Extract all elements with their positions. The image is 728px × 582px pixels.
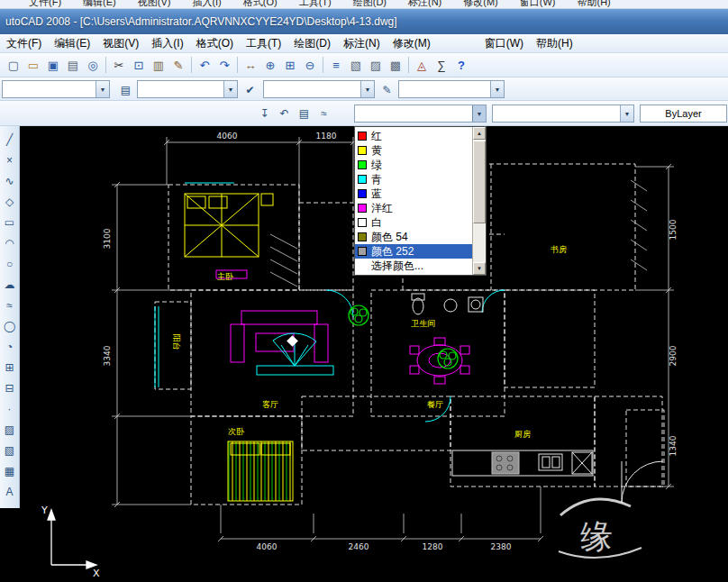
revision-cloud-button[interactable]: ☁ <box>1 274 19 295</box>
color-swatch <box>358 132 367 141</box>
bg-menu-window[interactable]: 窗口(W) <box>520 0 556 9</box>
insert-block-button[interactable]: ⊞ <box>1 357 19 377</box>
qnew-button[interactable]: ▢ <box>4 55 23 75</box>
color-option-yellow[interactable]: 黄 <box>355 143 472 158</box>
properties-button[interactable]: ≡ <box>326 55 346 75</box>
menu-modify[interactable]: 修改(M) <box>387 34 437 53</box>
point-button[interactable]: ∙ <box>1 398 19 419</box>
designcenter-button[interactable]: ▧ <box>346 55 366 75</box>
menu-draw[interactable]: 绘图(D) <box>287 34 337 53</box>
zoom-realtime-button[interactable]: ⊕ <box>260 55 280 75</box>
rectangle-button[interactable]: ▭ <box>1 212 19 232</box>
color-option-white[interactable]: 白 <box>355 215 472 230</box>
make-object-layer-current-button[interactable]: ↧ <box>256 105 273 122</box>
chevron-down-icon[interactable]: ▼ <box>360 81 374 97</box>
dropdown-scrollbar[interactable]: ▲ ▼ <box>472 127 486 275</box>
bg-menu-file[interactable]: 文件(F) <box>29 0 61 9</box>
bg-menu-edit[interactable]: 编辑(E) <box>83 0 116 9</box>
zoom-previous-button[interactable]: ⊖ <box>300 55 320 75</box>
color-option-54[interactable]: 颜色 54 <box>355 230 472 244</box>
color-option-magenta[interactable]: 洋红 <box>355 201 472 215</box>
line-button[interactable]: ╱ <box>1 129 19 150</box>
scroll-up-icon[interactable]: ▲ <box>473 127 486 140</box>
tool-palettes-button[interactable]: ▨ <box>366 55 386 75</box>
circle-button[interactable]: ○ <box>1 253 19 274</box>
color-combo[interactable]: ▼ <box>354 105 487 123</box>
gradient-button[interactable]: ▧ <box>1 440 19 460</box>
chevron-down-icon[interactable]: ▼ <box>96 81 109 97</box>
polyline-button[interactable]: ∿ <box>1 170 19 191</box>
pan-button[interactable]: ↔ <box>241 55 260 75</box>
menu-insert[interactable]: 插入(I) <box>145 34 189 53</box>
make-current-button[interactable]: ✔ <box>241 81 259 98</box>
scroll-down-icon[interactable]: ▼ <box>473 262 486 275</box>
color-swatch <box>358 189 367 198</box>
chevron-down-icon[interactable]: ▼ <box>490 81 504 97</box>
bg-menu-help[interactable]: 帮助(H) <box>578 0 611 9</box>
match-properties-button[interactable]: ✎ <box>168 55 188 75</box>
menu-file[interactable]: 文件(F) <box>0 34 48 53</box>
paste-button[interactable]: ▥ <box>149 55 168 75</box>
ellipse-button[interactable]: ◯ <box>1 315 19 336</box>
color-option-red[interactable]: 红 <box>355 129 472 143</box>
linetype-combo[interactable]: ▼ <box>492 105 634 123</box>
layer-previous-button[interactable]: ↶ <box>276 105 293 122</box>
color-option-green[interactable]: 绿 <box>355 158 472 172</box>
save-button[interactable]: ▣ <box>43 55 63 75</box>
chevron-down-icon[interactable]: ▼ <box>223 81 237 97</box>
menu-format[interactable]: 格式(O) <box>190 34 240 53</box>
help-button[interactable]: ? <box>451 55 471 75</box>
workspaces-combo[interactable]: ▼ <box>2 80 110 98</box>
markup-button[interactable]: ◬ <box>412 55 432 75</box>
bg-menu-format[interactable]: 格式(O) <box>243 0 278 9</box>
ellipse-arc-button[interactable]: ◔ <box>1 336 19 357</box>
dim-style-combo[interactable]: ▼ <box>398 80 505 98</box>
polygon-button[interactable]: ◇ <box>1 191 19 212</box>
text-style-combo[interactable]: ▼ <box>263 80 375 98</box>
multiline-text-button[interactable]: A <box>1 481 19 502</box>
chevron-down-icon[interactable]: ▼ <box>472 105 486 122</box>
draw-toolbar: ╱ × ∿ ◇ ▭ ◠ ○ ☁ ≈ ◯ ◔ ⊞ ⊟ ∙ ▨ ▧ ▦ A <box>0 126 20 508</box>
scrollbar-thumb[interactable] <box>473 141 486 223</box>
bg-menu-tools[interactable]: 工具(T) <box>299 0 332 9</box>
color-option-select-color[interactable]: 选择颜色... <box>355 259 472 273</box>
color-option-252-selected[interactable]: 颜色 252 <box>355 244 472 259</box>
quickcalc-button[interactable]: ∑ <box>432 55 451 75</box>
zoom-window-button[interactable]: ⊞ <box>280 55 300 75</box>
layer-match-button[interactable]: ≈ <box>315 105 332 122</box>
chevron-down-icon[interactable]: ▼ <box>620 105 633 122</box>
color-option-blue[interactable]: 蓝 <box>355 186 472 201</box>
copy-button[interactable]: ⊡ <box>129 55 149 75</box>
menu-dimension[interactable]: 标注(N) <box>337 34 387 53</box>
bg-menu-modify[interactable]: 修改(M) <box>463 0 498 9</box>
bg-menu-draw[interactable]: 绘图(D) <box>353 0 387 9</box>
undo-button[interactable]: ↶ <box>195 55 214 75</box>
layer-properties-manager-button[interactable]: ▤ <box>117 81 134 98</box>
construction-line-button[interactable]: × <box>1 150 19 170</box>
make-block-button[interactable]: ⊟ <box>1 377 19 398</box>
table-button[interactable]: ▦ <box>1 460 19 481</box>
lineweight-combo[interactable]: ByLayer <box>640 105 727 123</box>
cut-button[interactable]: ✂ <box>109 55 129 75</box>
menu-view[interactable]: 视图(V) <box>96 34 145 53</box>
hatch-button[interactable]: ▨ <box>1 419 19 440</box>
color-option-cyan[interactable]: 青 <box>355 172 472 186</box>
arc-button[interactable]: ◠ <box>1 232 19 253</box>
style-edit-button[interactable]: ✎ <box>378 81 396 98</box>
bg-menu-view[interactable]: 视图(V) <box>138 0 171 9</box>
layer-states-button[interactable]: ▤ <box>296 105 313 122</box>
open-button[interactable]: ▭ <box>23 55 43 75</box>
bg-menu-dimension[interactable]: 标注(N) <box>408 0 441 9</box>
plot-button[interactable]: ▤ <box>63 55 83 75</box>
menu-tools[interactable]: 工具(T) <box>240 34 287 53</box>
bg-menu-insert[interactable]: 插入(I) <box>192 0 221 9</box>
layer-combo[interactable]: ▼ <box>137 80 238 98</box>
plot-preview-button[interactable]: ◎ <box>83 55 103 75</box>
menu-window[interactable]: 窗口(W) <box>478 34 530 53</box>
sheet-set-manager-button[interactable]: ▩ <box>386 55 405 75</box>
redo-button[interactable]: ↷ <box>214 55 234 75</box>
titlebar[interactable]: utoCAD 2008 - [C:\Users\Administrator.AQ… <box>0 9 728 34</box>
menu-help[interactable]: 帮助(H) <box>530 34 579 53</box>
menu-edit[interactable]: 编辑(E) <box>48 34 96 53</box>
spline-button[interactable]: ≈ <box>1 295 19 315</box>
